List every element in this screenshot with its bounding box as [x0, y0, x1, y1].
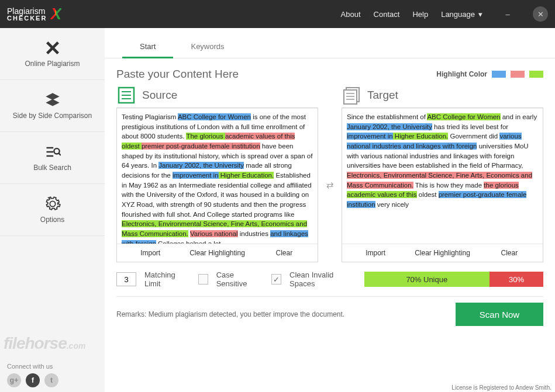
source-pane: Testing Plagiarism ABC College for Women…	[116, 107, 318, 262]
googleplus-icon[interactable]: g+	[7, 373, 21, 387]
source-title: Source	[142, 89, 177, 102]
svg-rect-6	[344, 90, 357, 104]
chevron-down-icon: ▾	[478, 10, 482, 19]
target-pane: Since the establishment of ABC College f…	[342, 107, 543, 262]
tab-start[interactable]: Start	[122, 36, 173, 58]
unique-bar: 70% Unique	[364, 272, 490, 287]
source-clear-button[interactable]: Clear	[251, 244, 318, 262]
sidebar-item-options[interactable]: Options	[0, 184, 105, 236]
scan-now-button[interactable]: Scan Now	[456, 303, 543, 326]
tab-keywords[interactable]: Keywords	[173, 36, 242, 58]
documents-icon	[342, 85, 361, 105]
swatch-blue[interactable]	[492, 71, 506, 78]
logo-x-icon: X	[50, 5, 61, 23]
remarks-text: Remarks: Medium plagiarism detected, you…	[116, 310, 344, 318]
nav-about[interactable]: About	[341, 10, 361, 19]
nav-help[interactable]: Help	[412, 10, 428, 19]
target-clear-highlighting-button[interactable]: Clear Highlighting	[409, 244, 475, 262]
clean-spaces-checkbox[interactable]: ✓	[271, 274, 281, 285]
source-import-button[interactable]: Import	[117, 244, 184, 262]
plagiarism-bar: 30%	[489, 272, 543, 287]
facebook-icon[interactable]: f	[26, 373, 40, 387]
page-title: Paste your Content Here	[116, 68, 436, 81]
swatch-green[interactable]	[529, 71, 543, 78]
source-textarea[interactable]: Testing Plagiarism ABC College for Women…	[117, 108, 318, 244]
nav-language[interactable]: Language ▾	[441, 10, 482, 19]
main-panel: Start Keywords Paste your Content Here H…	[105, 28, 555, 392]
license-text: License is Registered to Andew Smith.	[451, 384, 551, 391]
sidebar-item-side-by-side[interactable]: Side by Side Comparison	[0, 80, 105, 132]
case-sensitive-checkbox[interactable]	[198, 274, 208, 285]
svg-point-0	[54, 148, 59, 154]
close-button[interactable]: ✕	[533, 6, 548, 22]
result-bar: 70% Unique 30%	[364, 272, 543, 287]
target-import-button[interactable]: Import	[342, 244, 409, 262]
document-icon	[116, 85, 136, 105]
titlebar: Plagiarism CHECKER X About Contact Help …	[0, 0, 555, 28]
gear-icon	[44, 196, 61, 212]
app-logo: Plagiarism CHECKER X	[7, 5, 61, 23]
swatch-red[interactable]	[511, 71, 525, 78]
sidebar-item-online-plagiarism[interactable]: Online Plagiarism	[0, 28, 105, 80]
target-title: Target	[367, 89, 398, 102]
target-textarea[interactable]: Since the establishment of ABC College f…	[342, 108, 543, 244]
matching-limit-input[interactable]	[116, 272, 136, 286]
clean-spaces-label: Clean Invalid Spaces	[289, 270, 356, 288]
layers-icon	[44, 92, 61, 108]
sidebar-item-bulk-search[interactable]: Bulk Search	[0, 132, 105, 184]
swap-button[interactable]: ⇄	[323, 180, 337, 190]
highlight-color-picker[interactable]: Highlight Color	[436, 70, 543, 78]
matching-limit-label: Matching Limit	[144, 270, 190, 288]
watermark: filehorse.com	[4, 336, 85, 351]
bulk-search-icon	[44, 144, 61, 160]
x-icon	[44, 40, 61, 56]
twitter-icon[interactable]: t	[44, 373, 58, 387]
nav-contact[interactable]: Contact	[374, 10, 400, 19]
target-clear-button[interactable]: Clear	[476, 244, 543, 262]
source-clear-highlighting-button[interactable]: Clear Highlighting	[184, 244, 250, 262]
case-sensitive-label: Case Sensitive	[216, 270, 264, 288]
connect-label: Connect with us	[7, 363, 98, 370]
minimize-button[interactable]: –	[500, 6, 515, 22]
